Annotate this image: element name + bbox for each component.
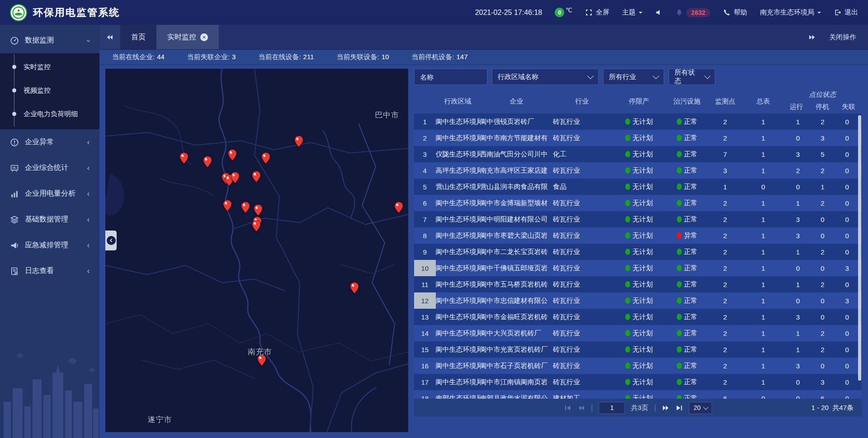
- table-row[interactable]: 14阆中生态环境局阆中大兴页岩机砖厂砖瓦行业无计划正常21120: [414, 325, 862, 341]
- cell-offline: 0: [833, 325, 862, 341]
- map-pin-icon[interactable]: [223, 200, 232, 212]
- table-row[interactable]: 8阆中生态环境局阆中市枣碧大梁山页岩砖瓦行业无计划异常21300: [414, 227, 862, 244]
- region-select[interactable]: 行政区域名称: [492, 69, 599, 85]
- previous-page-button[interactable]: [577, 404, 585, 412]
- fullscreen-button[interactable]: 全屏: [585, 8, 609, 17]
- cell-offline: 0: [833, 211, 862, 227]
- status-dot-icon: [625, 249, 630, 255]
- close-icon[interactable]: ✕: [200, 33, 208, 41]
- tabs-scroll-right-button[interactable]: [808, 33, 816, 41]
- status-dot-icon: [677, 346, 682, 353]
- status-dot-icon: [677, 363, 682, 369]
- scrollbar-thumb[interactable]: [858, 115, 861, 381]
- page-number-input[interactable]: [599, 402, 625, 414]
- close-operations-button[interactable]: 关闭操作: [829, 33, 856, 42]
- sidebar-subitem-power-load-detail[interactable]: 企业电力负荷明细: [0, 102, 99, 126]
- row-index: 12: [414, 292, 436, 309]
- map-pin-icon[interactable]: [350, 282, 359, 294]
- next-page-button[interactable]: [662, 404, 670, 412]
- map-collapse-handle[interactable]: [105, 231, 117, 250]
- sidebar-item-power-analysis[interactable]: 企业用电量分析: [0, 181, 99, 207]
- sidebar-item-enterprise-statistics[interactable]: 企业综合统计: [0, 155, 99, 181]
- map-panel[interactable]: 巴中市南充市遂宁市: [105, 69, 408, 432]
- status-dot-icon: [677, 167, 682, 174]
- table-row[interactable]: 15阆中生态环境局阆中市光富页岩机砖厂砖瓦行业无计划正常21120: [414, 341, 862, 358]
- status-dot-icon: [677, 216, 682, 222]
- map-pin-icon[interactable]: [241, 202, 250, 213]
- org-menu[interactable]: 南充市生态环境局: [760, 8, 821, 17]
- cell-company: 营山县润丰肉食品有限: [480, 179, 553, 195]
- cell-company: 阆中市二龙长宝页岩砖: [480, 244, 553, 260]
- status-dot-icon: [625, 314, 630, 320]
- table-row[interactable]: 9阆中生态环境局阆中市二龙长宝页岩砖砖瓦行业无计划正常21120: [414, 244, 862, 260]
- cell-company: 阆中市光富页岩机砖厂: [480, 341, 553, 358]
- table-row[interactable]: 7阆中生态环境局阆中明阳建材有限公司砖瓦行业无计划正常21300: [414, 211, 862, 227]
- table-row[interactable]: 6阆中生态环境局阆中市金博瑞新型墙材砖瓦行业无计划正常21120: [414, 195, 862, 211]
- map-pin-icon[interactable]: [254, 204, 263, 216]
- board-icon: [10, 164, 19, 173]
- chevron-left-icon: [85, 268, 91, 274]
- name-search-input[interactable]: [414, 69, 487, 85]
- map-pin-icon[interactable]: [294, 136, 303, 147]
- status-select[interactable]: 所有状态: [669, 69, 715, 85]
- status-dot-icon: [625, 395, 630, 399]
- map-pin-icon[interactable]: [394, 202, 403, 213]
- cell-points: 2: [707, 113, 743, 130]
- table-row[interactable]: 4高坪生态环境局南充市高坪区王家店建砖瓦行业无计划正常31220: [414, 162, 862, 179]
- cell-production-status: 无计划: [611, 260, 667, 276]
- sidebar-item-data-monitor[interactable]: 数据监测: [0, 28, 99, 53]
- sidebar-item-base-data[interactable]: 基础数据管理: [0, 207, 99, 232]
- tab-realtime[interactable]: 实时监控✕: [156, 25, 219, 49]
- tabs-scroll-left-button[interactable]: [99, 25, 120, 49]
- map-pin-icon[interactable]: [231, 172, 240, 184]
- cell-industry: 砖瓦行业: [553, 211, 611, 227]
- theme-menu[interactable]: 主题: [622, 8, 642, 17]
- table-row[interactable]: 11阆中生态环境局阆中市五马桥页岩机砖砖瓦行业无计划正常21120: [414, 276, 862, 292]
- table-row[interactable]: 18南部生态环境局南部县政华水泥有限公建材加工无计划正常60060: [414, 390, 862, 399]
- table-row[interactable]: 3仪陇生态环境局西南油气田分公司川中化工无计划正常71350: [414, 146, 862, 162]
- table-row[interactable]: 17阆中生态环境局阆中市江南镇阆南页岩砖瓦行业无计划正常21030: [414, 374, 862, 390]
- table-row[interactable]: 5营山生态环境局营山县润丰肉食品有限食品无计划正常10010: [414, 179, 862, 195]
- cell-running: 0: [783, 390, 812, 399]
- last-page-button[interactable]: [675, 404, 683, 412]
- cell-company: 阆中市金福旺页岩机砖: [480, 309, 553, 325]
- help-button[interactable]: 帮助: [723, 8, 747, 17]
- first-page-button[interactable]: [564, 404, 571, 412]
- logout-button[interactable]: 退出: [834, 8, 858, 17]
- table-row[interactable]: 12阆中生态环境局阆中市忠信建材有限公砖瓦行业无计划正常21003: [414, 292, 862, 309]
- cell-running: 0: [783, 179, 812, 195]
- cell-meters: 1: [743, 341, 783, 358]
- cell-running: 1: [783, 276, 812, 292]
- cell-production-status: 无计划: [611, 309, 667, 325]
- sidebar-subitem-realtime-monitor[interactable]: 实时监控: [0, 55, 99, 79]
- cell-points: 2: [707, 195, 743, 211]
- table-row[interactable]: 16阆中生态环境局阆中市石子页岩机砖厂砖瓦行业无计划正常21300: [414, 358, 862, 374]
- cell-district: 南部生态环境局: [436, 390, 480, 399]
- row-index: 18: [414, 390, 436, 399]
- notifications-button[interactable]: 2632: [675, 8, 710, 17]
- cell-offline: 0: [833, 390, 862, 399]
- map-pin-icon[interactable]: [228, 149, 237, 161]
- map-pin-icon[interactable]: [203, 156, 212, 168]
- sidebar-item-enterprise-abnormal[interactable]: 企业异常: [0, 129, 99, 155]
- page-size-select[interactable]: 20: [689, 402, 712, 414]
- phone-icon: [723, 9, 731, 16]
- cell-production-status: 无计划: [611, 292, 667, 309]
- table-row[interactable]: 13阆中生态环境局阆中市金福旺页岩机砖砖瓦行业无计划正常21300: [414, 309, 862, 325]
- cell-meters: 1: [743, 374, 783, 390]
- sound-toggle[interactable]: [655, 9, 663, 16]
- sidebar-item-log-view[interactable]: 日志查看: [0, 258, 99, 284]
- sidebar-item-emergency-reduction[interactable]: 应急减排管理: [0, 232, 99, 258]
- map-pin-icon[interactable]: [252, 171, 261, 183]
- table-row[interactable]: 1阆中生态环境局阆中强锐页岩砖厂砖瓦行业无计划正常21120: [414, 113, 862, 130]
- map-pin-icon[interactable]: [252, 220, 261, 232]
- map-pin-icon[interactable]: [179, 152, 189, 164]
- cell-running: 0: [783, 260, 812, 276]
- sidebar-subitem-video-monitor[interactable]: 视频监控: [0, 79, 99, 102]
- table-row[interactable]: 2阆中生态环境局阆中市南方节能建材有砖瓦行业无计划正常21030: [414, 130, 862, 146]
- row-index: 4: [414, 162, 436, 179]
- map-pin-icon[interactable]: [261, 152, 270, 164]
- tab-home[interactable]: 首页: [120, 25, 156, 49]
- industry-select[interactable]: 所有行业: [603, 69, 664, 85]
- table-row[interactable]: 10阆中生态环境局阆中千佛镇五郎垭页岩砖瓦行业无计划正常21003: [414, 260, 862, 276]
